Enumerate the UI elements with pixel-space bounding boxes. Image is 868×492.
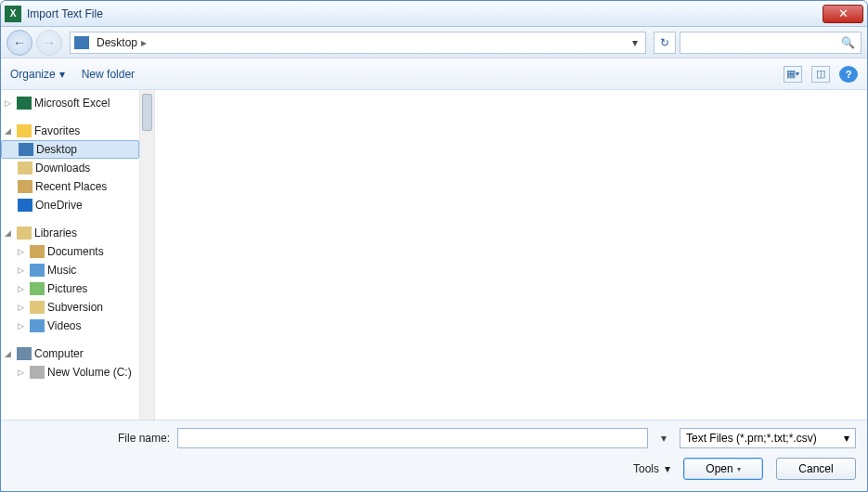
tree-item-recent-places[interactable]: Recent Places	[1, 177, 139, 196]
address-bar[interactable]: Desktop ▸ ▾	[70, 32, 646, 54]
command-bar: Organize▾ New folder ▦▾ ◫ ?	[1, 58, 867, 90]
window-title: Import Text File	[27, 7, 823, 20]
file-list[interactable]	[155, 90, 867, 420]
chevron-down-icon: ▾	[844, 432, 849, 445]
open-button[interactable]: Open▾	[683, 458, 763, 480]
tree-item-computer[interactable]: ◢Computer	[1, 344, 139, 363]
tree-item-excel[interactable]: ▷Microsoft Excel	[1, 94, 139, 112]
filename-dropdown-icon[interactable]: ▾	[655, 432, 672, 445]
excel-app-icon: X	[5, 6, 21, 22]
scroll-thumb[interactable]	[142, 94, 152, 131]
dialog-footer: File name: ▾ Text Files (*.prn;*.txt;*.c…	[1, 420, 867, 491]
tree-item-favorites[interactable]: ◢Favorites	[1, 122, 139, 140]
breadcrumb-separator-icon[interactable]: ▸	[141, 36, 147, 49]
breadcrumb-desktop[interactable]: Desktop	[93, 36, 141, 49]
tree-item-downloads[interactable]: Downloads	[1, 159, 139, 177]
forward-button[interactable]: →	[36, 30, 62, 56]
tree-item-desktop[interactable]: Desktop	[1, 140, 139, 159]
dialog-window: X Import Text File ✕ ← → Desktop ▸ ▾ ↻ 🔍…	[0, 0, 868, 492]
nav-bar: ← → Desktop ▸ ▾ ↻ 🔍	[1, 27, 867, 58]
new-folder-button[interactable]: New folder	[82, 68, 135, 81]
back-button[interactable]: ←	[6, 30, 32, 56]
filename-label: File name:	[12, 432, 170, 445]
dialog-body: ▷Microsoft Excel ◢Favorites Desktop Down…	[1, 90, 867, 420]
cancel-button[interactable]: Cancel	[776, 458, 856, 480]
preview-pane-button[interactable]: ◫	[811, 66, 830, 83]
tree-item-onedrive[interactable]: OneDrive	[1, 196, 139, 214]
tree-item-videos[interactable]: ▷Videos	[1, 317, 139, 335]
search-box[interactable]: 🔍	[680, 32, 862, 54]
address-dropdown-icon[interactable]: ▾	[628, 36, 641, 49]
filename-input[interactable]	[177, 428, 648, 448]
navigation-tree[interactable]: ▷Microsoft Excel ◢Favorites Desktop Down…	[1, 90, 140, 420]
close-button[interactable]: ✕	[823, 5, 863, 23]
tree-item-subversion[interactable]: ▷Subversion	[1, 298, 139, 317]
tree-item-music[interactable]: ▷Music	[1, 261, 139, 279]
chevron-down-icon: ▾	[665, 462, 670, 475]
organize-menu[interactable]: Organize▾	[10, 68, 65, 81]
search-icon: 🔍	[841, 36, 855, 49]
desktop-icon	[74, 36, 89, 49]
view-options-button[interactable]: ▦▾	[784, 66, 802, 83]
tree-item-libraries[interactable]: ◢Libraries	[1, 224, 139, 242]
tree-item-pictures[interactable]: ▷Pictures	[1, 279, 139, 298]
tree-item-drive-c[interactable]: ▷New Volume (C:)	[1, 363, 139, 382]
sidebar-scrollbar[interactable]	[140, 90, 155, 420]
tools-menu[interactable]: Tools▾	[633, 462, 670, 475]
search-input[interactable]	[686, 36, 841, 49]
title-bar[interactable]: X Import Text File ✕	[1, 1, 867, 27]
file-type-filter[interactable]: Text Files (*.prn;*.txt;*.csv)▾	[680, 428, 856, 448]
chevron-down-icon: ▾	[59, 68, 65, 81]
tree-item-documents[interactable]: ▷Documents	[1, 242, 139, 261]
help-button[interactable]: ?	[839, 66, 858, 83]
refresh-button[interactable]: ↻	[654, 32, 676, 54]
